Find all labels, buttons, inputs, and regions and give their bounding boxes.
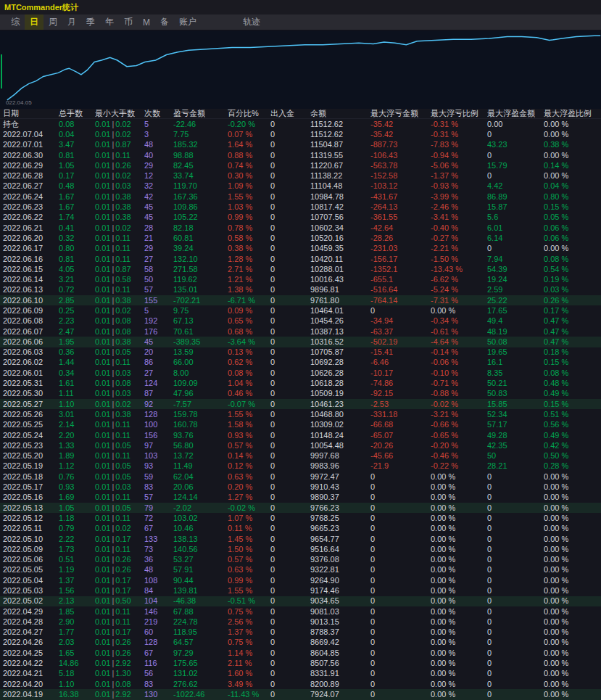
table-row[interactable]: 2022.05.311.610.01|0.08124109.091.04 %01… bbox=[0, 378, 601, 388]
menu-tab-6[interactable]: 币 bbox=[119, 15, 138, 30]
header-cell-6[interactable]: 出入金 bbox=[270, 110, 310, 118]
cell-max-float-profit: 15.87 bbox=[487, 203, 544, 211]
table-row[interactable]: 2022.06.270.480.01|0.0332119.701.09 %011… bbox=[0, 181, 601, 192]
table-row[interactable]: 2022.06.154.050.01|0.8758271.582.71 %010… bbox=[0, 264, 601, 274]
cell-max-float-profit-pct: 0.00 % bbox=[544, 483, 600, 491]
header-cell-5[interactable]: 百分比% bbox=[228, 110, 270, 118]
table-row[interactable]: 2022.05.131.050.01|0.0579-2.02-0.02 %097… bbox=[0, 503, 601, 513]
table-row[interactable]: 2022.07.013.470.01|0.8748185.321.64 %011… bbox=[0, 140, 601, 150]
table-row[interactable]: 2022.06.082.230.01|0.0819267.130.65 %010… bbox=[0, 316, 601, 326]
table-row[interactable]: 2022.05.301.110.01|0.038747.960.46 %0105… bbox=[0, 389, 601, 399]
cell-pl: 139.81 bbox=[173, 587, 228, 595]
table-row[interactable]: 2022.05.060.510.01|0.263653.270.57 %0937… bbox=[0, 554, 601, 564]
header-cell-2[interactable]: 最小大手数 bbox=[95, 110, 144, 118]
cell-max-float-profit-pct: 0.00 % bbox=[544, 587, 600, 595]
table-row[interactable]: 2022.04.271.770.01|0.1760118.951.37 %087… bbox=[0, 627, 601, 638]
cell-count: 32 bbox=[144, 182, 173, 190]
cell-max-float-loss-pct: 0.00 % bbox=[431, 566, 487, 574]
table-row[interactable]: 2022.05.180.760.01|0.055962.040.63 %0997… bbox=[0, 472, 601, 482]
cell-pl: 124.14 bbox=[173, 493, 228, 501]
menu-tab-trail[interactable]: 轨迹 bbox=[238, 15, 265, 30]
cell-max-float-loss: -63.37 bbox=[370, 328, 431, 336]
table-row[interactable]: 2022.05.022.130.01|0.50104-46.38-0.51 %0… bbox=[0, 596, 601, 606]
cell-max-float-profit-pct: 0.15 % bbox=[544, 358, 600, 366]
cell-max-float-profit-pct: 0.05 % bbox=[544, 213, 600, 221]
header-cell-3[interactable]: 次数 bbox=[144, 110, 173, 118]
cell-pl: 39.24 bbox=[173, 244, 228, 252]
table-row[interactable]: 2022.05.263.010.01|0.38128159.781.55 %01… bbox=[0, 409, 601, 419]
header-cell-11[interactable]: 最大浮盈比例 bbox=[544, 110, 600, 118]
header-cell-7[interactable]: 余额 bbox=[310, 110, 370, 118]
table-row[interactable]: 2022.04.215.180.01|1.3056131.021.60 %083… bbox=[0, 669, 601, 679]
table-row[interactable]: 2022.06.090.250.01|0.0259.750.09 %010464… bbox=[0, 305, 601, 316]
header-cell-10[interactable]: 最大浮盈金额 bbox=[487, 110, 544, 118]
table-row[interactable]: 2022.04.251.650.01|0.266797.291.14 %0860… bbox=[0, 648, 601, 658]
cell-max-float-profit: 49.4 bbox=[487, 317, 544, 325]
table-row[interactable]: 2022.05.051.190.01|0.264857.910.63 %0932… bbox=[0, 565, 601, 575]
table-row[interactable]: 2022.06.102.850.01|0.38155-702.21-6.71 %… bbox=[0, 295, 601, 305]
table-row[interactable]: 2022.05.231.330.01|0.059756.800.57 %0100… bbox=[0, 440, 601, 450]
header-cell-1[interactable]: 总手数 bbox=[59, 110, 95, 118]
table-row[interactable]: 2022.05.102.220.01|0.17133138.131.45 %09… bbox=[0, 534, 601, 544]
menu-tab-4[interactable]: 季 bbox=[81, 15, 100, 30]
table-row[interactable]: 2022.06.010.340.01|0.03278.000.08 %01062… bbox=[0, 368, 601, 378]
table-row[interactable]: 2022.06.130.720.01|0.1157135.011.38 %098… bbox=[0, 285, 601, 295]
menu-tab-8[interactable]: 备 bbox=[155, 15, 174, 30]
menu-tab-2[interactable]: 周 bbox=[43, 15, 62, 30]
header-cell-8[interactable]: 最大浮亏金额 bbox=[370, 110, 431, 118]
table-row[interactable]: 2022.04.201.100.01|0.0883276.623.49 %082… bbox=[0, 679, 601, 689]
table-row[interactable]: 2022.05.091.730.01|0.1173140.561.50 %095… bbox=[0, 544, 601, 554]
table-row[interactable]: 2022.06.231.670.01|0.3845109.861.03 %010… bbox=[0, 202, 601, 212]
table-row[interactable]: 2022.05.252.140.01|0.11100160.781.58 %01… bbox=[0, 420, 601, 430]
cell-total-lots: 1.12 bbox=[59, 462, 95, 470]
cell-minmax-lots: 0.01|0.03 bbox=[95, 390, 144, 398]
menu-tab-9[interactable]: 账户 bbox=[174, 15, 202, 30]
table-row[interactable]: 2022.05.110.790.01|0.026710.460.11 %0966… bbox=[0, 524, 601, 534]
table-row[interactable]: 2022.06.221.740.01|0.3845105.220.99 %010… bbox=[0, 213, 601, 223]
table-row[interactable]: 2022.06.072.470.01|0.0817670.610.68 %010… bbox=[0, 326, 601, 337]
table-row[interactable]: 2022.04.291.850.01|0.1114667.880.75 %090… bbox=[0, 606, 601, 617]
table-row[interactable]: 2022.04.262.030.01|0.2612864.570.75 %086… bbox=[0, 638, 601, 648]
menu-tab-1[interactable]: 日 bbox=[25, 15, 43, 30]
cell-pct: 1.55 % bbox=[228, 411, 270, 419]
table-row[interactable]: 2022.06.200.320.01|0.112160.810.58 %0105… bbox=[0, 233, 601, 243]
table-row[interactable]: 2022.06.030.360.01|0.052013.590.13 %0107… bbox=[0, 347, 601, 358]
table-row[interactable]: 2022.05.041.370.01|0.1710890.440.99 %092… bbox=[0, 575, 601, 585]
table-row[interactable]: 2022.06.300.810.01|0.114098.880.88 %0113… bbox=[0, 150, 601, 160]
cell-count: 104 bbox=[144, 597, 173, 605]
menu-tab-5[interactable]: 年 bbox=[100, 15, 119, 30]
table-row[interactable]: 2022.06.291.050.01|0.262982.450.74 %0112… bbox=[0, 160, 601, 170]
header-cell-9[interactable]: 最大浮亏比例 bbox=[431, 110, 487, 118]
table-row[interactable]: 2022.04.1916.380.01|2.92130-1022.46-11.4… bbox=[0, 689, 601, 699]
cell-pl: 90.44 bbox=[173, 577, 228, 585]
table-row[interactable]: 2022.06.160.810.01|0.1127132.101.28 %010… bbox=[0, 254, 601, 264]
table-row[interactable]: 2022.06.280.170.01|0.021233.740.30 %0111… bbox=[0, 170, 601, 181]
table-row[interactable]: 持仓0.080.01|0.025-22.46-0.20 %011512.62-3… bbox=[0, 119, 601, 129]
table-row[interactable]: 2022.05.242.200.01|0.1115693.760.93 %010… bbox=[0, 430, 601, 440]
table-row[interactable]: 2022.05.161.690.01|0.1157124.141.27 %098… bbox=[0, 493, 601, 503]
header-cell-4[interactable]: 盈亏金额 bbox=[173, 110, 228, 118]
table-row[interactable]: 2022.06.021.440.01|0.118666.000.62 %0106… bbox=[0, 358, 601, 368]
cell-pl: 135.01 bbox=[173, 286, 228, 294]
table-row[interactable]: 2022.06.143.210.01|0.5850119.621.21 %010… bbox=[0, 274, 601, 284]
table-row[interactable]: 2022.06.170.800.01|0.112939.240.38 %0104… bbox=[0, 244, 601, 254]
table-row[interactable]: 2022.04.2214.860.01|2.92116175.652.11 %0… bbox=[0, 658, 601, 668]
table-row[interactable]: 2022.05.271.100.01|0.0292-7.57-0.07 %010… bbox=[0, 399, 601, 409]
table-row[interactable]: 2022.05.170.930.01|0.038320.060.20 %0991… bbox=[0, 482, 601, 492]
table-row[interactable]: 2022.07.040.040.01|0.0237.750.07 %011512… bbox=[0, 129, 601, 139]
table-row[interactable]: 2022.05.201.890.01|0.1110313.720.14 %099… bbox=[0, 451, 601, 461]
menu-tab-7[interactable]: M bbox=[138, 16, 155, 29]
table-row[interactable]: 2022.06.061.950.01|0.3845-389.35-3.64 %0… bbox=[0, 337, 601, 347]
header-cell-0[interactable]: 日期 bbox=[0, 110, 59, 118]
table-row[interactable]: 2022.05.191.120.01|0.059311.490.12 %0998… bbox=[0, 461, 601, 472]
menu-tab-3[interactable]: 月 bbox=[62, 15, 81, 30]
table-row[interactable]: 2022.06.210.410.01|0.022882.180.78 %0106… bbox=[0, 223, 601, 233]
cell-inout: 0 bbox=[270, 597, 310, 605]
table-row[interactable]: 2022.04.282.900.01|0.11219224.782.56 %09… bbox=[0, 617, 601, 627]
table-row[interactable]: 2022.05.121.180.01|0.1172103.021.07 %097… bbox=[0, 513, 601, 523]
cell-max-float-profit: 50 bbox=[487, 452, 544, 460]
table-row[interactable]: 2022.05.031.560.01|0.1784139.811.55 %091… bbox=[0, 585, 601, 596]
menu-tab-0[interactable]: 综 bbox=[6, 15, 25, 30]
cell-pct: 0.75 % bbox=[228, 638, 270, 646]
table-row[interactable]: 2022.06.241.670.01|0.3842167.361.55 %010… bbox=[0, 192, 601, 202]
